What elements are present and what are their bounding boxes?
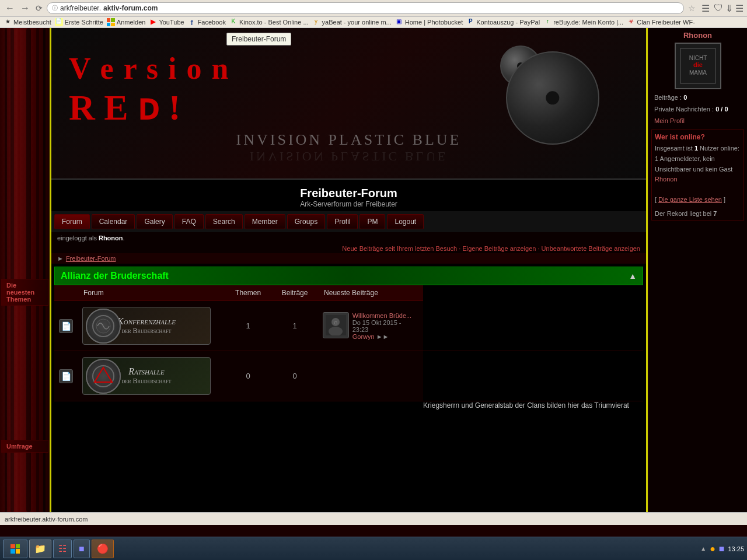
taskbar-notify2: ■ bbox=[719, 544, 725, 554]
neue-beitraege-link[interactable]: Neue Beiträge seit Ihrem letzten Besuch bbox=[342, 245, 457, 252]
nav-pm[interactable]: PM bbox=[359, 214, 385, 229]
online-total-text: Insgesamt ist bbox=[655, 145, 693, 152]
links-bar: Neue Beiträge seit Ihrem letzten Besuch … bbox=[51, 244, 646, 253]
themen-cell-1: 1 bbox=[225, 301, 271, 351]
login-info: eingeloggt als Rhonon. bbox=[51, 232, 646, 244]
meistbesucht-icon: ★ bbox=[4, 18, 12, 26]
nav-search[interactable]: Search bbox=[205, 214, 243, 229]
online-count: 1 bbox=[694, 145, 698, 152]
breadcrumb-icon: ► bbox=[57, 255, 64, 262]
mein-profil-link[interactable]: Mein Profil bbox=[654, 117, 685, 124]
nav-groups[interactable]: Groups bbox=[287, 214, 325, 229]
forward-button[interactable]: → bbox=[19, 3, 32, 13]
youtube-icon: ▶ bbox=[149, 18, 157, 26]
breadcrumb-link[interactable]: Freibeuter-Forum bbox=[66, 255, 116, 262]
forum-title-area: Freibeuter-Forum Ark-Serverforum der Fre… bbox=[51, 180, 646, 211]
taskbar-explorer[interactable]: 📁 bbox=[29, 540, 51, 558]
pn-label: Private Nachrichten : bbox=[654, 106, 714, 113]
status-bar: arkfreibeuter.aktiv-forum.com bbox=[0, 512, 747, 525]
th-beitraege: Beiträge bbox=[271, 285, 318, 301]
ms-icon bbox=[107, 18, 115, 26]
forum-icon-cell-2: 📄 bbox=[54, 351, 78, 401]
download-icon: ⇓ bbox=[725, 3, 733, 14]
bookmark-erste-schritte[interactable]: 📄 Erste Schritte bbox=[55, 18, 103, 26]
avatar-svg: NICHT die MAMA bbox=[678, 46, 718, 86]
th-themen: Themen bbox=[225, 285, 271, 301]
forum-banner: V e r s i o n R E ᴅ ! Freibeuter-Forum I… bbox=[51, 28, 646, 180]
bookmark-kinox[interactable]: K Kinox.to - Best Online ... bbox=[229, 18, 309, 26]
eigene-beitraege-link[interactable]: Eigene Beiträge anzeigen bbox=[462, 245, 536, 252]
bookmark-clan[interactable]: ☣ Clan Freibeuter WF- bbox=[627, 18, 695, 26]
bookmark-yabeat[interactable]: y yaBeat - your online m... bbox=[312, 18, 392, 26]
bookmark-youtube[interactable]: ▶ YouTube bbox=[149, 18, 184, 26]
back-button[interactable]: ← bbox=[4, 3, 16, 13]
online-user-link[interactable]: Rhonon bbox=[655, 176, 678, 183]
url-bar[interactable]: ⓘ arkfreibeuter.aktiv-forum.com bbox=[47, 2, 684, 14]
forum-description-cell bbox=[54, 401, 423, 410]
photobucket-icon: ▣ bbox=[395, 18, 403, 26]
clan-icon: ☣ bbox=[627, 18, 635, 26]
banner-version-text: V e r s i o n bbox=[69, 51, 229, 86]
themen-cell-2: 0 bbox=[225, 351, 271, 401]
beitraege-cell-1: 1 bbox=[271, 301, 318, 351]
nav-profil[interactable]: Profil bbox=[327, 214, 358, 229]
umfrage-panel: Umfrage bbox=[1, 440, 48, 453]
newest-avatar-1: G bbox=[323, 312, 349, 338]
forum-icon-1: 📄 bbox=[59, 319, 73, 333]
neueste-themen-header: Die neuesten Themen bbox=[2, 279, 48, 305]
lock-icon: ⓘ bbox=[52, 4, 58, 12]
section-close-button[interactable]: ▲ bbox=[629, 271, 637, 281]
office-icon: ☷ bbox=[58, 543, 67, 554]
nav-galery[interactable]: Galery bbox=[137, 214, 172, 229]
forum-name-cell-2: Ratshalle der Bruderschaft bbox=[78, 351, 225, 401]
app3-icon: ■ bbox=[79, 544, 85, 554]
taskbar-app3[interactable]: ■ bbox=[74, 540, 90, 558]
forum-subtitle: Ark-Serverforum der Freibeuter bbox=[57, 200, 640, 208]
beitraege-value: 0 bbox=[683, 94, 687, 101]
beitraege-cell-2: 0 bbox=[271, 351, 318, 401]
bookmark-rebuy[interactable]: r reBuy.de: Mein Konto |... bbox=[543, 18, 623, 26]
browser-toolbar: ← → ⟳ ⓘ arkfreibeuter.aktiv-forum.com ☆ … bbox=[0, 0, 747, 17]
newest-info-1: Willkommen Brüde... Do 15 Okt 2015 - 23:… bbox=[352, 312, 418, 340]
url-domain: aktiv-forum.com bbox=[103, 4, 158, 12]
section-header-allianz: Allianz der Bruderschaft ▲ bbox=[54, 267, 643, 285]
bookmark-anmelden[interactable]: Anmelden bbox=[107, 18, 146, 26]
newest-user-link-1[interactable]: Gorwyn bbox=[352, 333, 375, 340]
svg-point-10 bbox=[93, 366, 114, 387]
nav-faq[interactable]: FAQ bbox=[174, 214, 204, 229]
newest-arrows-1: ►► bbox=[376, 333, 389, 340]
logo-deco-right-1 bbox=[86, 309, 121, 344]
nav-calendar[interactable]: Calendar bbox=[92, 214, 135, 229]
svg-marker-11 bbox=[95, 368, 112, 382]
svg-text:G: G bbox=[334, 320, 337, 326]
ratshalle-logo: Ratshalle der Bruderschaft bbox=[82, 357, 211, 395]
forum-title: Freibeuter-Forum bbox=[57, 187, 640, 200]
bookmark-photobucket[interactable]: ▣ Home | Photobucket bbox=[395, 18, 463, 26]
nav-logout[interactable]: Logout bbox=[387, 214, 424, 229]
nav-forum[interactable]: Forum bbox=[54, 214, 90, 229]
nav-member[interactable]: Member bbox=[245, 214, 285, 229]
refresh-button[interactable]: ⟳ bbox=[34, 4, 44, 13]
bookmark-paypal[interactable]: P Kontoauszug - PayPal bbox=[466, 18, 540, 26]
login-text: eingeloggt als bbox=[57, 235, 97, 242]
forum-name-cell-1: Konferenzhalle der Bruderschaft bbox=[78, 301, 225, 351]
bookmarks-button[interactable]: ☰ bbox=[700, 3, 711, 14]
taskbar-firefox[interactable]: 🔴 bbox=[92, 540, 114, 558]
newest-title-link-1[interactable]: Willkommen Brüde... bbox=[352, 312, 411, 319]
taskbar-office[interactable]: ☷ bbox=[53, 540, 72, 558]
bookmark-star-button[interactable]: ☆ bbox=[686, 4, 697, 13]
bookmark-meistbesucht[interactable]: ★ Meistbesucht bbox=[4, 18, 51, 26]
kinox-icon: K bbox=[229, 18, 238, 26]
user-stats: Beiträge : 0 Private Nachrichten : 0 / 0… bbox=[651, 92, 744, 127]
left-curtain: Die neuesten Themen Umfrage bbox=[0, 28, 50, 512]
start-button[interactable] bbox=[3, 540, 27, 558]
bookmark-facebook[interactable]: f Facebook bbox=[188, 18, 226, 26]
beitraege-label: Beiträge : bbox=[654, 94, 682, 101]
forum-icon-2: 📄 bbox=[59, 369, 73, 383]
online-list-link[interactable]: Die ganze Liste sehen bbox=[658, 196, 722, 203]
unbeantwortete-link[interactable]: Unbeantwortete Beiträge anzeigen bbox=[542, 245, 640, 252]
windows-taskbar: 📁 ☷ ■ 🔴 ▲ ● ■ 13:25 bbox=[0, 537, 747, 560]
taskbar-right: ▲ ● ■ 13:25 bbox=[700, 544, 744, 554]
neueste-themen-panel: Die neuesten Themen bbox=[1, 279, 48, 306]
banner-text-area: V e r s i o n R E ᴅ ! bbox=[69, 51, 229, 128]
